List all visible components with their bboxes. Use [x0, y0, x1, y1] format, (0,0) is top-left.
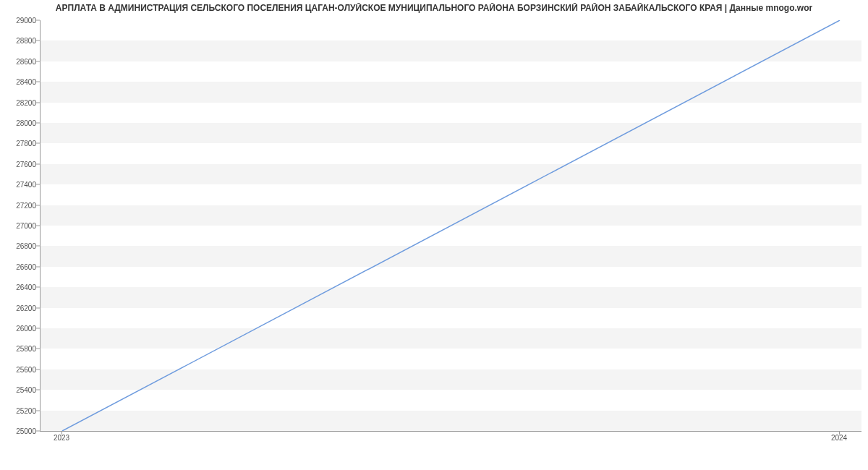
y-tick-label: 27000	[1, 222, 36, 230]
plot-area	[40, 20, 861, 432]
y-tick-mark	[36, 123, 40, 124]
y-tick-label: 25000	[1, 427, 36, 435]
y-tick-label: 27200	[1, 201, 36, 209]
y-tick-mark	[36, 410, 40, 411]
y-tick-label: 26000	[1, 325, 36, 333]
x-tick-label: 2023	[54, 434, 69, 442]
y-tick-mark	[36, 226, 40, 226]
y-tick-label: 26400	[1, 283, 36, 291]
y-tick-mark	[36, 369, 40, 369]
y-tick-label: 27400	[1, 181, 36, 189]
y-tick-label: 27600	[1, 160, 36, 168]
chart-title: АРПЛАТА В АДМИНИСТРАЦИЯ СЕЛЬСКОГО ПОСЕЛЕ…	[0, 3, 868, 13]
y-tick-mark	[36, 143, 40, 144]
y-tick-label: 26600	[1, 262, 36, 270]
y-tick-mark	[36, 431, 40, 432]
y-tick-mark	[36, 307, 40, 308]
y-tick-mark	[36, 205, 40, 205]
y-tick-mark	[36, 82, 40, 82]
y-tick-mark	[36, 40, 40, 41]
y-tick-label: 28800	[1, 37, 36, 45]
y-tick-mark	[36, 20, 40, 21]
y-tick-label: 25800	[1, 345, 36, 353]
y-tick-mark	[36, 266, 40, 267]
y-tick-mark	[36, 349, 40, 349]
y-tick-mark	[36, 287, 40, 288]
x-tick-mark	[61, 431, 62, 435]
y-tick-label: 25400	[1, 386, 36, 394]
line-series	[41, 20, 861, 431]
line-chart: АРПЛАТА В АДМИНИСТРАЦИЯ СЕЛЬСКОГО ПОСЕЛЕ…	[0, 0, 868, 470]
y-tick-label: 29000	[1, 17, 36, 25]
y-tick-mark	[36, 163, 40, 164]
y-tick-mark	[36, 390, 40, 390]
y-tick-label: 25200	[1, 406, 36, 414]
y-tick-label: 28000	[1, 119, 36, 127]
y-tick-mark	[36, 61, 40, 61]
x-tick-label: 2024	[831, 434, 847, 442]
y-tick-label: 26800	[1, 242, 36, 250]
y-tick-mark	[36, 184, 40, 185]
y-tick-label: 26200	[1, 304, 36, 312]
y-tick-label: 28200	[1, 98, 36, 106]
y-tick-mark	[36, 328, 40, 329]
y-tick-label: 25600	[1, 365, 36, 373]
y-tick-label: 28400	[1, 78, 36, 86]
y-tick-mark	[36, 246, 40, 247]
x-tick-mark	[839, 431, 840, 435]
y-tick-label: 27800	[1, 140, 36, 148]
y-tick-label: 28600	[1, 57, 36, 65]
y-tick-mark	[36, 102, 40, 103]
